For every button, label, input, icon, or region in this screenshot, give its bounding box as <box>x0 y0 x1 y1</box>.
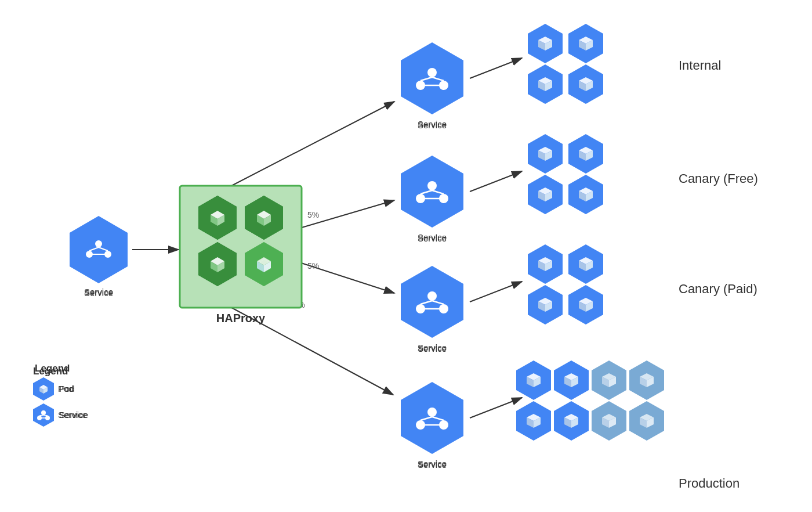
svg-text:Service: Service <box>418 460 447 470</box>
svg-point-187 <box>427 408 437 417</box>
svg-point-179 <box>427 291 437 301</box>
pods-internal-visual <box>528 24 603 104</box>
svg-point-171 <box>427 181 437 190</box>
svg-text:Service: Service <box>418 233 447 243</box>
svg-marker-178 <box>401 266 463 338</box>
service-canary-free-visual: Service <box>401 156 463 243</box>
svg-point-215 <box>41 410 46 415</box>
legend-pod-text: Pod <box>59 384 75 394</box>
label-internal: Internal <box>679 58 721 73</box>
legend-service-text: Service <box>59 410 88 420</box>
service-internal-visual: Service <box>401 42 463 130</box>
legend-service-icon <box>33 403 54 427</box>
legend-title-text: Legend <box>33 366 68 377</box>
pct-canary-paid: 5% <box>307 261 319 271</box>
svg-text:Service: Service <box>84 288 113 298</box>
svg-point-155 <box>95 240 102 247</box>
input-service-visual: Service <box>70 216 128 298</box>
arrow-canary-paid-pods <box>470 282 522 302</box>
label-production: Production <box>679 476 740 491</box>
svg-rect-4 <box>180 186 302 308</box>
pods-canary-free-visual <box>528 134 603 214</box>
label-canary-free: Canary (Free) <box>679 171 758 186</box>
haproxy-box: ⬡ ◻ ⬡ ⬡ ⬡ HAProxy <box>180 186 302 324</box>
svg-line-218 <box>39 415 44 416</box>
pct-canary-free: 5% <box>307 210 319 219</box>
service-production-visual: Service <box>401 382 463 470</box>
svg-line-219 <box>44 415 48 416</box>
arrow-production-pods <box>470 398 522 418</box>
arrow-canary-free-pods <box>470 171 522 192</box>
label-canary-paid: Canary (Paid) <box>679 282 757 296</box>
svg-text:Service: Service <box>418 120 447 130</box>
svg-marker-162 <box>401 42 463 114</box>
svg-marker-154 <box>70 216 128 283</box>
svg-marker-170 <box>401 156 463 228</box>
svg-marker-186 <box>401 382 463 454</box>
haproxy-label: HAProxy <box>216 312 266 324</box>
pods-production-visual <box>516 360 664 441</box>
arrow-haproxy-internal <box>215 102 394 194</box>
legend-pod-icon <box>33 377 54 401</box>
pods-canary-paid-visual <box>528 244 603 324</box>
service-canary-paid-visual: Service <box>401 266 463 354</box>
svg-text:Service: Service <box>418 344 447 354</box>
arrow-internal-pods <box>470 58 522 78</box>
svg-point-163 <box>427 68 437 77</box>
diagram: 5% 5% 100% ⊞ Service ⬡ ◻ ⬡ ⬡ <box>0 0 812 512</box>
